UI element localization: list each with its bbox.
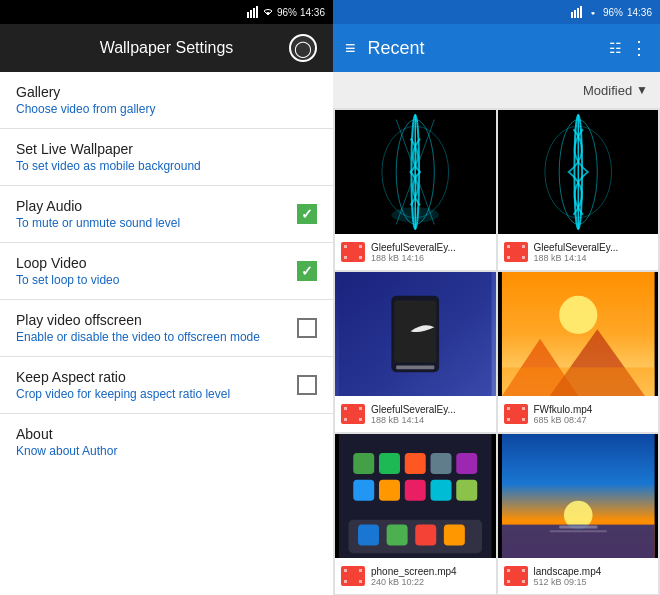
setting-play-audio[interactable]: Play Audio To mute or unmute sound level… xyxy=(0,186,333,243)
lightning-visual-1 xyxy=(335,110,496,234)
video-item-3[interactable]: GleefulSeveralEy... 188 kB 14:14 xyxy=(335,272,496,432)
svg-rect-39 xyxy=(359,418,362,421)
nike-visual xyxy=(335,272,496,396)
setting-gallery[interactable]: Gallery Choose video from gallery xyxy=(0,72,333,129)
loop-video-subtitle: To set loop to video xyxy=(16,273,297,287)
film-icon-4 xyxy=(505,405,527,423)
file-info-4: FWfkulo.mp4 685 kB 08:47 xyxy=(498,396,659,432)
video-grid: GleefulSeveralEy... 188 kB 14:16 xyxy=(333,108,660,595)
file-info-5: phone_screen.mp4 240 kB 10:22 xyxy=(335,558,496,594)
setting-keep-aspect[interactable]: Keep Aspect ratio Crop video for keeping… xyxy=(0,357,333,414)
checkmark-icon-2: ✓ xyxy=(301,264,313,278)
video-item-2[interactable]: GleefulSeveralEy... 188 kB 14:14 xyxy=(498,110,659,270)
battery-label: 96% xyxy=(277,7,297,18)
svg-rect-3 xyxy=(256,6,258,18)
signal-icon-right xyxy=(571,6,583,18)
svg-rect-27 xyxy=(507,245,510,248)
video-thumb-1 xyxy=(335,110,496,234)
file-meta-4: FWfkulo.mp4 685 kB 08:47 xyxy=(534,404,653,425)
svg-rect-56 xyxy=(353,480,374,501)
setting-about[interactable]: About Know about Author xyxy=(0,414,333,470)
file-size-1: 188 kB 14:16 xyxy=(371,253,490,263)
svg-rect-69 xyxy=(359,569,362,572)
more-options-icon[interactable]: ⋮ xyxy=(630,37,648,59)
video-thumb-4 xyxy=(498,272,659,396)
svg-rect-2 xyxy=(253,8,255,18)
keep-aspect-title: Keep Aspect ratio xyxy=(16,369,297,385)
sunset-visual xyxy=(498,272,659,396)
gallery-text: Gallery Choose video from gallery xyxy=(16,84,317,116)
svg-rect-0 xyxy=(247,12,249,18)
top-bar-left: Wallpaper Settings ◯ xyxy=(0,24,333,72)
svg-rect-63 xyxy=(387,525,408,546)
wifi-icon-right xyxy=(587,7,599,17)
svg-rect-73 xyxy=(501,525,654,558)
gallery-title: Gallery xyxy=(16,84,317,100)
play-offscreen-checkbox[interactable] xyxy=(297,318,317,338)
setting-live-wallpaper[interactable]: Set Live Wallpaper To set video as mobil… xyxy=(0,129,333,186)
svg-point-15 xyxy=(391,207,439,222)
live-wallpaper-text: Set Live Wallpaper To set video as mobil… xyxy=(16,141,317,173)
svg-rect-30 xyxy=(522,256,525,259)
play-offscreen-title: Play video offscreen xyxy=(16,312,297,328)
sort-bar[interactable]: Modified ▼ xyxy=(333,72,660,108)
video-item-4[interactable]: FWfkulo.mp4 685 kB 08:47 xyxy=(498,272,659,432)
battery-right: 96% xyxy=(603,7,623,18)
settings-list: Gallery Choose video from gallery Set Li… xyxy=(0,72,333,595)
video-item-5[interactable]: phone_screen.mp4 240 kB 10:22 xyxy=(335,434,496,594)
avatar-icon: ◯ xyxy=(294,39,312,58)
avatar[interactable]: ◯ xyxy=(289,34,317,62)
svg-rect-36 xyxy=(344,407,347,410)
svg-rect-68 xyxy=(344,580,347,583)
video-item-1[interactable]: GleefulSeveralEy... 188 kB 14:16 xyxy=(335,110,496,270)
svg-rect-53 xyxy=(405,453,426,474)
play-audio-checkbox[interactable]: ✓ xyxy=(297,204,317,224)
left-panel: 96% 14:36 Wallpaper Settings ◯ Gallery C… xyxy=(0,0,333,595)
signal-icon xyxy=(247,6,259,18)
svg-rect-78 xyxy=(507,580,510,583)
svg-rect-58 xyxy=(405,480,426,501)
about-subtitle: Know about Author xyxy=(16,444,317,458)
video-thumb-3 xyxy=(335,272,496,396)
svg-rect-51 xyxy=(353,453,374,474)
phone-screen-visual xyxy=(335,434,496,558)
svg-rect-28 xyxy=(507,256,510,259)
film-icon-5 xyxy=(342,567,364,585)
file-size-3: 188 kB 14:14 xyxy=(371,415,490,425)
setting-play-offscreen[interactable]: Play video offscreen Enable or disable t… xyxy=(0,300,333,357)
svg-rect-77 xyxy=(507,569,510,572)
video-thumb-6 xyxy=(498,434,659,558)
file-size-4: 685 kB 08:47 xyxy=(534,415,653,425)
svg-rect-64 xyxy=(415,525,436,546)
svg-rect-17 xyxy=(344,245,347,248)
file-size-2: 188 kB 14:14 xyxy=(534,253,653,263)
keep-aspect-checkbox[interactable] xyxy=(297,375,317,395)
svg-rect-55 xyxy=(456,453,477,474)
live-wallpaper-title: Set Live Wallpaper xyxy=(16,141,317,157)
svg-rect-44 xyxy=(501,367,654,396)
svg-rect-60 xyxy=(456,480,477,501)
play-audio-title: Play Audio xyxy=(16,198,297,214)
svg-rect-52 xyxy=(379,453,400,474)
grid-view-icon[interactable]: ☷ xyxy=(609,40,622,56)
about-title: About xyxy=(16,426,317,442)
file-name-1: GleefulSeveralEy... xyxy=(371,242,490,253)
film-icon-1 xyxy=(342,243,364,261)
video-item-6[interactable]: landscape.mp4 512 kB 09:15 xyxy=(498,434,659,594)
file-meta-2: GleefulSeveralEy... 188 kB 14:14 xyxy=(534,242,653,263)
svg-rect-1 xyxy=(250,10,252,18)
svg-rect-57 xyxy=(379,480,400,501)
loop-video-text: Loop Video To set loop to video xyxy=(16,255,297,287)
hamburger-icon[interactable]: ≡ xyxy=(345,38,356,59)
file-size-6: 512 kB 09:15 xyxy=(534,577,653,587)
setting-loop-video[interactable]: Loop Video To set loop to video ✓ xyxy=(0,243,333,300)
file-name-4: FWfkulo.mp4 xyxy=(534,404,653,415)
loop-video-checkbox[interactable]: ✓ xyxy=(297,261,317,281)
file-name-3: GleefulSeveralEy... xyxy=(371,404,490,415)
top-bar-right: ≡ Recent ☷ ⋮ xyxy=(333,24,660,72)
svg-rect-67 xyxy=(344,569,347,572)
wifi-icon xyxy=(262,7,274,17)
sort-label: Modified xyxy=(583,83,632,98)
wallpaper-settings-title: Wallpaper Settings xyxy=(44,39,289,57)
film-icon-3 xyxy=(342,405,364,423)
